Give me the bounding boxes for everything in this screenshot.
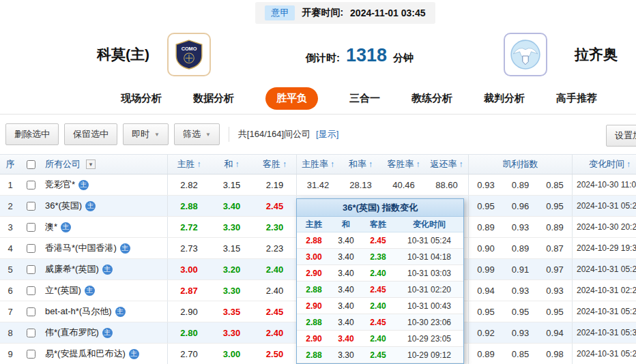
row-number: 8 [0, 322, 20, 343]
kelly-away: 0.93 [538, 280, 572, 301]
tab-coach-analysis[interactable]: 教练分析 [411, 92, 452, 105]
keep-selected-button[interactable]: 保留选中 [64, 123, 117, 145]
sort-up-icon[interactable]: ↑ [283, 160, 287, 169]
company-cell[interactable]: bet-at-h*(马尔他) 主 [41, 301, 167, 322]
header-draw-odds[interactable]: 和↑ [210, 155, 253, 174]
company-cell[interactable]: 香港马*(中国香港) 主 [41, 238, 167, 258]
popup-away-odds: 2.45 [361, 314, 395, 330]
change-time: 2024-10-29 19:32 [572, 238, 636, 258]
row-checkbox[interactable] [27, 350, 35, 359]
away-odds: 2.23 [253, 238, 296, 258]
chevron-down-icon: ▼ [154, 132, 160, 138]
tab-expert-recommend[interactable]: 高手推荐 [556, 92, 597, 105]
kelly-draw: 0.85 [503, 344, 538, 364]
tab-data-analysis[interactable]: 数据分析 [193, 92, 234, 105]
header-return-rate[interactable]: 返还率↑ [425, 155, 468, 174]
popup-away-odds: 2.40 [361, 331, 395, 346]
delete-selected-button[interactable]: 删除选中 [5, 123, 59, 145]
header-change-time[interactable]: 变化时间↑ [572, 155, 636, 174]
header-away-rate[interactable]: 客胜率↑ [382, 155, 425, 174]
header-company[interactable]: 所有公司 ▾ [41, 155, 167, 174]
popup-draw-odds: 3.40 [331, 314, 361, 330]
popup-title[interactable]: 36*(英国) 指数变化 [297, 199, 463, 217]
kelly-away: 0.97 [538, 259, 572, 279]
popup-away-odds: 2.38 [361, 249, 395, 264]
tab-win-draw-lose[interactable]: 胜平负 [265, 87, 318, 110]
tab-live-analysis[interactable]: 现场分析 [121, 92, 162, 105]
main-company-badge-icon: 主 [129, 349, 139, 359]
home-odds: 2.88 [167, 196, 210, 216]
kelly-draw: 0.89 [503, 175, 538, 195]
company-cell[interactable]: 竞彩官* 主 [41, 175, 167, 195]
table-header: 序 所有公司 ▾ 主胜↑ 和↑ 客胜↑ 主胜率↑ 和率↑ 客胜率↑ 返还率↑ 凯… [0, 154, 636, 175]
select-all-checkbox[interactable] [27, 160, 35, 169]
row-number: 1 [0, 175, 20, 195]
filter-dropdown[interactable]: 筛选 ▼ [174, 123, 220, 145]
popup-away-odds: 2.45 [361, 347, 395, 363]
company-cell[interactable]: 澳* 主 [41, 217, 167, 237]
sort-up-icon[interactable]: ↑ [459, 160, 463, 169]
sort-up-icon[interactable]: ↑ [197, 160, 201, 169]
change-time: 2024-10-30 11:02 [572, 175, 636, 195]
company-cell[interactable]: 易*(安提瓜和巴布达) 主 [41, 344, 167, 364]
kelly-draw: 0.89 [503, 238, 538, 258]
popup-away-odds: 2.40 [361, 298, 395, 314]
row-checkbox[interactable] [27, 244, 35, 253]
row-checkbox-cell [20, 344, 41, 364]
svg-text:COMO: COMO [182, 46, 197, 52]
company-cell[interactable]: 威廉希*(英国) 主 [41, 259, 167, 279]
popup-header-draw: 和 [331, 217, 361, 232]
company-cell[interactable]: 36*(英国) 主 [41, 196, 167, 216]
popup-away-odds: 2.40 [361, 265, 395, 281]
sort-up-icon[interactable]: ↑ [235, 160, 240, 169]
company-cell[interactable]: 伟*(直布罗陀) 主 [41, 322, 167, 343]
kelly-draw: 0.93 [503, 322, 538, 343]
popup-change-time: 10-30 23:06 [395, 314, 463, 330]
kelly-home: 0.93 [468, 175, 503, 195]
kelly-draw: 0.91 [503, 259, 538, 279]
change-time: 2024-10-31 02:20 [572, 280, 636, 301]
popup-draw-odds: 3.40 [331, 249, 361, 264]
company-name: 易*(安提瓜和巴布达) [45, 348, 126, 360]
table-row[interactable]: 1 竞彩官* 主 2.82 3.15 2.19 31.42 28.13 40.4… [0, 175, 636, 196]
kickoff-time: 2024-11-01 03:45 [350, 7, 426, 18]
instant-dropdown[interactable]: 即时 ▼ [123, 123, 169, 145]
tab-referee-analysis[interactable]: 裁判分析 [484, 92, 525, 105]
match-info-bar: 意甲 开赛时间: 2024-11-01 03:45 [0, 0, 636, 26]
sort-up-icon[interactable]: ↑ [368, 160, 373, 169]
draw-odds: 3.30 [210, 217, 253, 237]
change-time: 2024-10-31 05:24 [572, 259, 636, 279]
main-company-badge-icon: 主 [85, 201, 96, 211]
sort-up-icon[interactable]: ↑ [626, 160, 631, 169]
sort-up-icon[interactable]: ↑ [330, 160, 334, 169]
popup-draw-odds: 3.30 [331, 347, 361, 363]
show-link[interactable]: [显示] [316, 128, 338, 140]
row-number: 7 [0, 301, 20, 322]
popup-home-odds: 2.88 [297, 282, 331, 297]
kelly-away: 0.89 [538, 217, 572, 237]
row-number: 4 [0, 238, 20, 258]
sort-up-icon[interactable]: ↑ [416, 160, 420, 169]
kelly-home: 0.89 [468, 344, 503, 364]
row-checkbox[interactable] [27, 307, 35, 316]
company-cell[interactable]: 立*(英国) 主 [41, 280, 167, 301]
popup-away-odds: 2.45 [361, 282, 395, 297]
league-badge[interactable]: 意甲 [265, 5, 295, 20]
row-checkbox[interactable] [27, 181, 35, 189]
settings-button[interactable]: 设置加亮 [606, 125, 636, 147]
kelly-draw: 0.96 [503, 196, 538, 216]
tab-three-in-one[interactable]: 三合一 [349, 92, 380, 105]
header-home-odds[interactable]: 主胜↑ [167, 155, 210, 174]
away-team-block: 拉齐奥 [504, 33, 618, 76]
header-away-odds[interactable]: 客胜↑ [253, 155, 296, 174]
row-checkbox[interactable] [27, 202, 35, 211]
company-filter-dropdown[interactable]: ▾ [86, 160, 96, 169]
popup-draw-odds: 3.40 [331, 282, 361, 297]
header-home-rate[interactable]: 主胜率↑ [296, 155, 339, 174]
row-checkbox[interactable] [27, 286, 35, 295]
header-draw-rate[interactable]: 和率↑ [339, 155, 382, 174]
row-checkbox[interactable] [27, 265, 35, 274]
row-checkbox[interactable] [27, 223, 35, 232]
row-checkbox[interactable] [27, 329, 35, 337]
odds-history-popup: 36*(英国) 指数变化 主胜 和 客胜 变化时间 2.88 3.40 2.45… [296, 198, 464, 364]
